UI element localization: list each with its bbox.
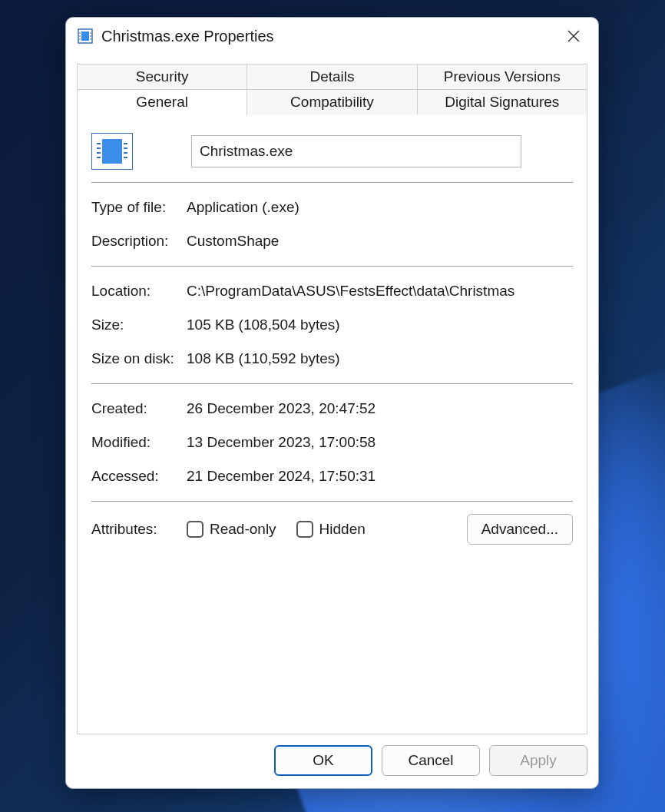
checkbox-hidden-label: Hidden <box>319 521 366 538</box>
checkbox-read-only-label: Read-only <box>210 521 276 538</box>
value-modified: 13 December 2023, 17:00:58 <box>187 434 573 451</box>
value-location: C:\ProgramData\ASUS\FestsEffect\data\Chr… <box>187 283 573 300</box>
filename-input[interactable] <box>191 135 521 167</box>
value-accessed: 21 December 2024, 17:50:31 <box>187 468 573 485</box>
tab-row-1: Security Details Previous Versions <box>77 64 587 90</box>
label-description: Description: <box>91 233 187 250</box>
svg-rect-10 <box>102 139 122 164</box>
tab-row-2: General Compatibility Digital Signatures <box>77 90 587 115</box>
tab-security[interactable]: Security <box>77 64 247 90</box>
window-title: Christmas.exe Properties <box>101 28 274 45</box>
titlebar: Christmas.exe Properties <box>66 18 598 55</box>
tab-digital-signatures[interactable]: Digital Signatures <box>417 90 587 115</box>
separator-1 <box>91 182 573 183</box>
label-created: Created: <box>91 400 187 417</box>
value-size-on-disk: 108 KB (110,592 bytes) <box>187 350 573 367</box>
value-created: 26 December 2023, 20:47:52 <box>187 400 573 417</box>
tab-general[interactable]: General <box>77 90 247 115</box>
checkbox-read-only[interactable]: Read-only <box>187 521 276 538</box>
properties-dialog: Christmas.exe Properties Security Detail… <box>65 17 599 789</box>
tab-compatibility[interactable]: Compatibility <box>246 90 417 115</box>
checkbox-box-icon <box>187 521 203 538</box>
label-size-on-disk: Size on disk: <box>91 350 187 367</box>
app-icon <box>77 28 94 45</box>
separator-4 <box>91 501 573 502</box>
label-attributes: Attributes: <box>91 521 187 538</box>
label-accessed: Accessed: <box>91 468 187 485</box>
ok-button[interactable]: OK <box>274 745 372 776</box>
label-type-of-file: Type of file: <box>91 199 187 216</box>
close-icon <box>567 30 580 42</box>
label-size: Size: <box>91 317 187 333</box>
label-location: Location: <box>91 283 187 300</box>
value-description: CustomShape <box>187 233 573 250</box>
file-type-icon <box>91 133 133 170</box>
label-modified: Modified: <box>91 434 187 451</box>
dialog-button-bar: OK Cancel Apply <box>66 734 598 788</box>
value-type-of-file: Application (.exe) <box>187 199 573 216</box>
separator-2 <box>91 266 573 267</box>
tab-panel-general: Type of file: Application (.exe) Descrip… <box>77 114 587 734</box>
tab-strip: Security Details Previous Versions Gener… <box>77 64 587 115</box>
close-button[interactable] <box>557 22 591 50</box>
cancel-button[interactable]: Cancel <box>382 745 480 776</box>
file-icon-cell <box>91 133 187 171</box>
advanced-button[interactable]: Advanced... <box>467 514 573 545</box>
checkbox-box-icon <box>296 521 313 538</box>
svg-rect-1 <box>81 31 89 41</box>
content-area: Security Details Previous Versions Gener… <box>66 55 598 734</box>
value-size: 105 KB (108,504 bytes) <box>187 317 573 333</box>
tab-details[interactable]: Details <box>246 64 417 90</box>
tab-previous-versions[interactable]: Previous Versions <box>417 64 587 90</box>
separator-3 <box>91 383 573 384</box>
checkbox-hidden[interactable]: Hidden <box>296 521 366 538</box>
apply-button: Apply <box>489 745 587 776</box>
